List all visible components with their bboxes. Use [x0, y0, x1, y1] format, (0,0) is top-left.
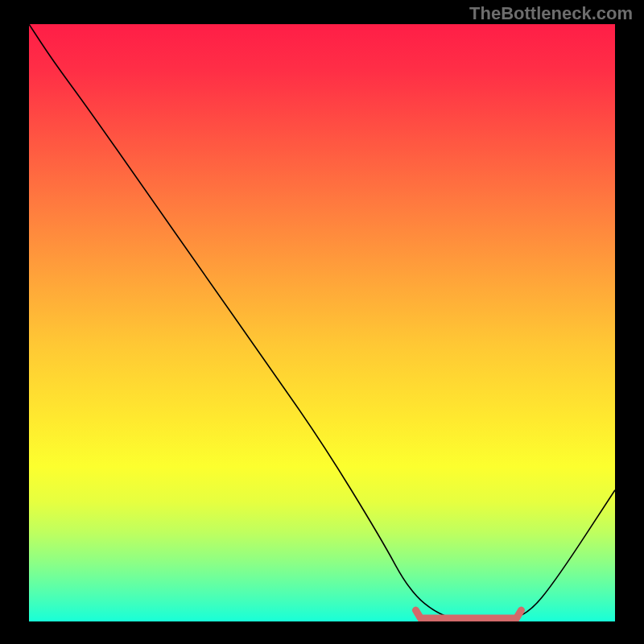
chart-plot-area — [29, 24, 615, 621]
watermark-text: TheBottleneck.com — [469, 3, 633, 24]
optimal-range-marker — [415, 610, 521, 618]
bottleneck-curve — [29, 24, 615, 621]
chart-svg — [29, 24, 615, 621]
